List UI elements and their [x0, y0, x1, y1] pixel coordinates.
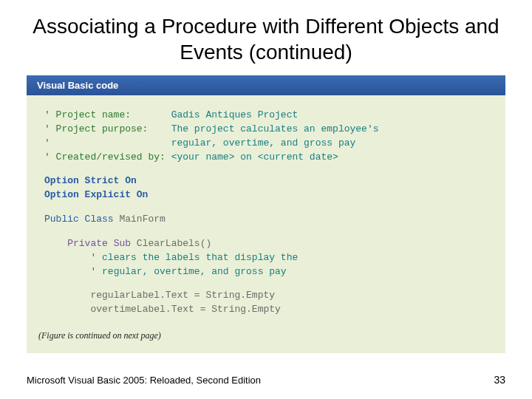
code-identifier: ClearLabels()	[137, 238, 211, 249]
footer-text: Microsoft Visual Basic 2005: Reloaded, S…	[27, 375, 261, 386]
code-comment: ' clears the labels that display the	[90, 252, 298, 263]
code-comment: ' Project purpose:	[44, 123, 171, 134]
code-comment: <your name> on <current date>	[171, 151, 338, 163]
page-number: 33	[494, 374, 505, 386]
code-comment: ' regular, overtime, and gross pay	[90, 266, 286, 277]
code-identifier: MainForm	[119, 214, 165, 225]
code-comment: '	[44, 137, 171, 149]
code-figure: Visual Basic code ' Project name: Gadis …	[27, 75, 505, 353]
code-directive: Option Strict On	[44, 175, 137, 186]
figure-header: Visual Basic code	[27, 75, 505, 95]
code-statement: regularLabel.Text = String.Empty	[44, 289, 488, 303]
code-comment: Gadis Antiques Project	[171, 109, 299, 120]
figure-continuation-note: (Figure is continued on next page)	[27, 327, 505, 353]
code-body: ' Project name: Gadis Antiques Project '…	[27, 95, 505, 327]
code-comment: ' Project name:	[44, 109, 171, 120]
code-keyword: Private Sub	[67, 238, 137, 249]
slide: Associating a Procedure with Different O…	[0, 0, 532, 399]
code-directive: Option Explicit On	[44, 189, 148, 200]
code-statement: overtimeLabel.Text = String.Empty	[44, 303, 488, 317]
page-title: Associating a Procedure with Different O…	[0, 0, 532, 75]
code-comment: regular, overtime, and gross pay	[171, 137, 356, 149]
slide-footer: Microsoft Visual Basic 2005: Reloaded, S…	[27, 374, 505, 386]
code-comment: The project calculates an employee's	[171, 123, 379, 134]
code-comment: ' Created/revised by:	[44, 151, 171, 163]
code-keyword: Public Class	[44, 214, 119, 225]
